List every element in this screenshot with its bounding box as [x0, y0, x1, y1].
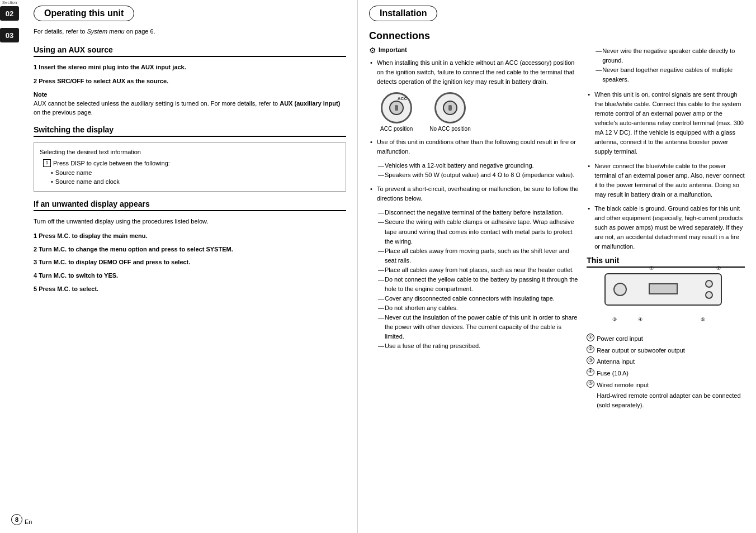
- aux-content: 1 Insert the stereo mini plug into the A…: [34, 63, 346, 117]
- note-bold: AUX (auxiliary input): [280, 100, 340, 107]
- legend-row-4: ④ Fuse (10 A): [587, 368, 745, 379]
- left-column: Section 02 03 Operating this unit For de…: [0, 0, 358, 533]
- right-two-col: ⚙ Important When installing this unit in…: [369, 46, 745, 410]
- connections-bullet2: Use of this unit in conditions other tha…: [369, 137, 580, 156]
- unit-legend: ① Power cord input ② Rear output or subw…: [587, 334, 745, 410]
- aux-step2: 2 Press SRC/OFF to select AUX as the sou…: [34, 77, 346, 87]
- connections-title: Connections: [369, 30, 745, 42]
- acc-position-diagram: ACC ACC position: [380, 92, 413, 132]
- no-acc-inner: [443, 101, 457, 115]
- legend-num-2: ②: [587, 345, 594, 353]
- important-label: Important: [379, 46, 407, 53]
- legend-num-4: ④: [587, 368, 594, 376]
- connections-side: Never wire the negative speaker cable di…: [587, 46, 745, 410]
- acc-notch: [395, 105, 398, 111]
- legend-text-2: Rear output or subwoofer output: [597, 345, 685, 356]
- list-item: Secure the wiring with cable clamps or a…: [378, 217, 580, 246]
- no-acc-notch: [448, 105, 452, 111]
- note-text: AUX cannot be selected unless the auxili…: [34, 99, 346, 117]
- list-item: Source name and clock: [51, 177, 340, 187]
- page-number: 8: [11, 514, 22, 525]
- dash-list-2: Vehicles with a 12-volt battery and nega…: [378, 161, 580, 180]
- connections-bullet3: To prevent a short-circuit, overheating …: [369, 184, 580, 203]
- box-bullet-list: Source name Source name and clock: [51, 168, 340, 187]
- disp-text: Press DISP to cycle between the followin…: [53, 159, 170, 168]
- list-item: Cover any disconnected cable connectors …: [378, 294, 580, 303]
- step-5: 5 Press M.C. to select.: [34, 284, 346, 294]
- list-item: Never cut the insulation of the power ca…: [378, 313, 580, 341]
- display-info-box: Selecting the desired text information 1…: [34, 142, 346, 192]
- intro-before: For details, refer to: [34, 28, 87, 35]
- switching-title: Switching the display: [34, 125, 346, 137]
- unit-box: [604, 273, 722, 306]
- side-bullet3: Never connect the blue/white cable to th…: [587, 161, 745, 199]
- left-circle: [613, 283, 627, 296]
- left-section-title: Operating this unit: [34, 6, 134, 21]
- diagram-num-3: ③: [612, 317, 617, 322]
- section-badge-area: Section 02: [0, 0, 19, 21]
- legend-row-2: ② Rear output or subwoofer output: [587, 345, 745, 356]
- list-item: Do not connect the yellow cable to the b…: [378, 275, 580, 294]
- diagram-num-1: ①: [649, 265, 654, 271]
- list-item: Disconnect the negative terminal of the …: [378, 208, 580, 217]
- important-icon: ⚙: [369, 46, 376, 55]
- note-suffix: on the previous page.: [34, 109, 93, 116]
- disp-num-icon: 1: [43, 159, 51, 167]
- aux-section-title: Using an AUX source: [34, 45, 346, 57]
- list-item: Source name: [51, 168, 340, 178]
- legend-text-3: Antenna input: [597, 356, 635, 367]
- this-unit-title: This unit: [587, 256, 745, 268]
- disp-item: 1 Press DISP to cycle between the follow…: [43, 159, 340, 168]
- intro-text: For details, refer to System menu on pag…: [34, 27, 346, 36]
- step-3: 3 Turn M.C. to display DEMO OFF and pres…: [34, 258, 346, 268]
- page-lang: En: [25, 518, 32, 525]
- intro-italic: System menu: [87, 28, 124, 35]
- legend-num-3: ③: [587, 356, 594, 364]
- list-item: Use a fuse of the rating prescribed.: [378, 341, 580, 351]
- unwanted-title: If an unwanted display appears: [34, 199, 346, 211]
- important-box: ⚙ Important: [369, 46, 580, 55]
- unwanted-intro: Turn off the unwanted display using the …: [34, 217, 346, 226]
- list-item: Place all cables away from hot places, s…: [378, 265, 580, 275]
- list-item: Never wire the negative speaker cable di…: [596, 46, 745, 65]
- legend-num-5: ⑤: [587, 380, 594, 388]
- section-02-badge: 02: [0, 6, 19, 21]
- right-circle-bottom: [705, 291, 713, 299]
- acc-inner: [389, 101, 404, 115]
- note-text-before: AUX cannot be selected unless the auxili…: [34, 100, 280, 107]
- legend-num-1: ①: [587, 334, 594, 341]
- connections-bullet1: When installing this unit in a vehicle w…: [369, 58, 580, 87]
- switching-content: Selecting the desired text information 1…: [34, 142, 346, 192]
- legend-text-5: Wired remote input: [597, 380, 649, 391]
- acc-diagrams: ACC ACC position No ACC position: [380, 92, 580, 132]
- legend-text-1: Power cord input: [597, 334, 643, 344]
- diagram-num-4: ④: [638, 317, 642, 322]
- list-item: Vehicles with a 12-volt battery and nega…: [378, 161, 580, 170]
- unwanted-content: Turn off the unwanted display using the …: [34, 217, 346, 294]
- side-dash-list: Never wire the negative speaker cable di…: [596, 46, 745, 84]
- connections-main: ⚙ Important When installing this unit in…: [369, 46, 580, 410]
- diagram-num-2: ②: [716, 265, 721, 271]
- center-rect: [649, 283, 678, 294]
- diagram-num-5: ⑤: [701, 317, 705, 322]
- legend-row-3: ③ Antenna input: [587, 356, 745, 367]
- installation-title: Installation: [369, 6, 437, 21]
- unit-diagram: ① ② ③ ④: [587, 273, 745, 328]
- step-4: 4 Turn M.C. to switch to YES.: [34, 271, 346, 281]
- intro-after: on page 6.: [125, 28, 155, 35]
- dash-list-3: Disconnect the negative terminal of the …: [378, 208, 580, 351]
- acc-position-label: ACC position: [380, 126, 413, 132]
- side-bullet2: When this unit is on, control signals ar…: [587, 90, 745, 156]
- left-header-row: Operating this unit: [11, 6, 346, 21]
- section-03-badge: 03: [0, 28, 19, 42]
- aux-step1: 1 Insert the stereo mini plug into the A…: [34, 63, 346, 73]
- section-label: Section: [2, 0, 17, 5]
- acc-circle: ACC: [381, 92, 412, 123]
- acc-mark: ACC: [398, 96, 407, 101]
- box-title: Selecting the desired text information: [40, 147, 340, 157]
- right-column: Installation Connections ⚙ Important Whe…: [358, 0, 756, 533]
- legend-text-4: Fuse (10 A): [597, 368, 629, 379]
- side-bullet4: The black cable is ground. Ground cables…: [587, 204, 745, 251]
- legend-row-1: ① Power cord input: [587, 334, 745, 344]
- right-circle-top: [705, 280, 713, 288]
